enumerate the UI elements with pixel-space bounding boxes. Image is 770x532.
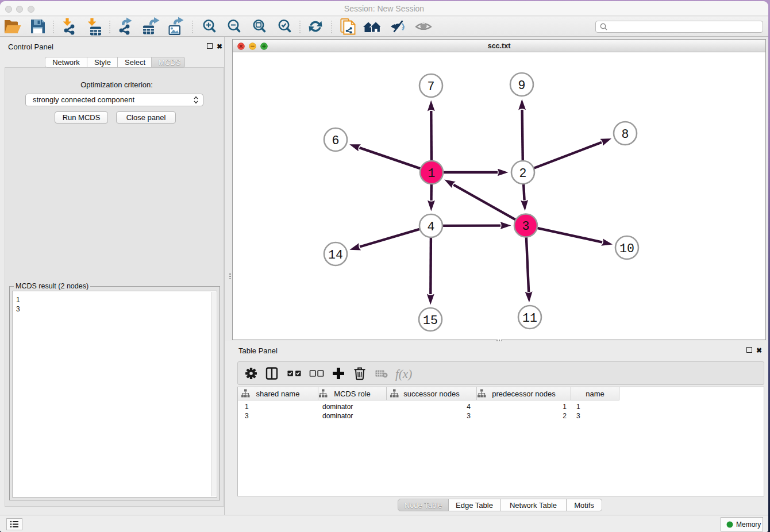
svg-text:10: 10 [619, 242, 634, 256]
svg-text:9: 9 [518, 79, 526, 92]
svg-text:15: 15 [423, 314, 438, 327]
svg-text:14: 14 [328, 248, 343, 262]
svg-text:7: 7 [428, 80, 435, 94]
svg-text:4: 4 [428, 220, 435, 234]
svg-text:1: 1 [428, 167, 436, 180]
svg-text:3: 3 [522, 219, 530, 233]
svg-text:f(x): f(x) [395, 367, 412, 381]
svg-text:11: 11 [522, 311, 537, 325]
svg-text:6: 6 [332, 134, 340, 148]
svg-text:8: 8 [622, 128, 629, 141]
svg-text:2: 2 [519, 167, 527, 180]
